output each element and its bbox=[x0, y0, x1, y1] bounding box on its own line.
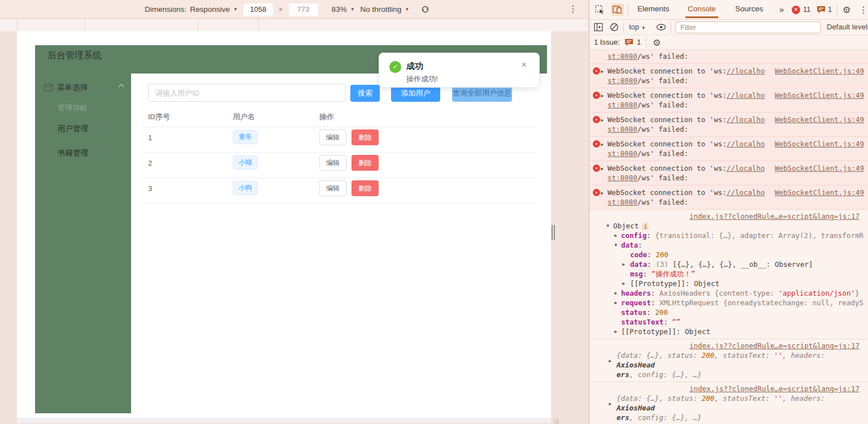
tab-console[interactable]: Console bbox=[688, 5, 716, 13]
expand-triangle-icon[interactable]: ▶ bbox=[609, 400, 611, 408]
expand-triangle-icon[interactable]: ▶ bbox=[622, 279, 625, 288]
source-link[interactable]: index.js??clonedRule…e=script&lang=js:17 bbox=[689, 341, 860, 350]
source-link[interactable]: WebSocketClient.js:49 bbox=[775, 66, 864, 76]
expand-triangle-icon[interactable]: ▶ bbox=[622, 260, 625, 269]
viewport-resize-handle[interactable] bbox=[552, 225, 555, 240]
search-button[interactable]: 搜索 bbox=[350, 85, 380, 102]
chevron-down-icon: ▼ bbox=[641, 25, 646, 31]
tab-sources[interactable]: Sources bbox=[735, 5, 763, 13]
error-link[interactable]: //localho bbox=[727, 91, 765, 99]
issues-label[interactable]: 1 Issue: bbox=[594, 38, 620, 46]
sidebar-item-user-management[interactable]: 用户管理 bbox=[58, 124, 88, 134]
toolbar-divider bbox=[646, 37, 646, 48]
device-toolbar-menu-icon[interactable]: ⋮ bbox=[568, 3, 578, 14]
error-link[interactable]: st:8080 bbox=[607, 198, 637, 206]
viewport-corner-resize-handle[interactable] bbox=[553, 418, 559, 423]
tree-line[interactable]: ▶[[Prototype]]: Object bbox=[589, 327, 864, 336]
object-preview[interactable]: ▶{data: {…}, status: 200, statusText: ''… bbox=[589, 393, 864, 422]
tree-line[interactable]: ▶config: {transitional: {…}, adapter: Ar… bbox=[589, 231, 864, 240]
source-link[interactable]: index.js??clonedRule…e=script&lang=js:17 bbox=[689, 212, 860, 220]
error-link[interactable]: st:8080 bbox=[607, 101, 637, 109]
table-header-actions: 操作 bbox=[319, 112, 334, 122]
context-selector[interactable]: top ▼ bbox=[629, 23, 646, 31]
zoom-selector[interactable]: 83% ▼ bbox=[332, 5, 355, 14]
more-tabs-icon[interactable]: » bbox=[779, 5, 784, 14]
viewport-width-input[interactable] bbox=[244, 3, 273, 16]
expand-triangle-icon[interactable]: ▶ bbox=[601, 189, 604, 197]
source-link[interactable]: WebSocketClient.js:49 bbox=[775, 90, 864, 100]
devtools-panel: Elements Console Sources » ✕ 11 1 ⚙ ⋮ bbox=[589, 0, 868, 424]
error-link[interactable]: //localho bbox=[727, 67, 765, 75]
error-link[interactable]: //localho bbox=[727, 140, 765, 148]
menu-group-label: 菜单选择 bbox=[57, 83, 88, 93]
expand-triangle-icon[interactable]: ▶ bbox=[601, 165, 604, 173]
tree-line[interactable]: ▼data: bbox=[589, 240, 864, 250]
console-sidebar-icon[interactable] bbox=[594, 23, 604, 32]
sidebar-item-book-management[interactable]: 书籍管理 bbox=[58, 148, 88, 158]
error-link[interactable]: st:8080 bbox=[607, 174, 637, 182]
viewport-horizontal-scrollbar[interactable] bbox=[17, 418, 551, 423]
expand-triangle-icon[interactable]: ▶ bbox=[601, 92, 604, 100]
throttling-selector[interactable]: No throttling ▼ bbox=[361, 5, 410, 14]
collapse-triangle-icon[interactable]: ▼ bbox=[606, 222, 609, 230]
edit-button[interactable]: 编辑 bbox=[319, 180, 346, 196]
edit-button[interactable]: 编辑 bbox=[319, 155, 346, 171]
delete-button[interactable]: 删除 bbox=[351, 155, 379, 171]
issues-bubble-icon[interactable] bbox=[817, 6, 826, 14]
edit-button[interactable]: 编辑 bbox=[319, 129, 346, 145]
error-link[interactable]: //localho bbox=[727, 188, 765, 197]
sidebar-menu-group[interactable]: 菜单选择 bbox=[44, 83, 123, 93]
error-link[interactable]: st:8080 bbox=[607, 125, 637, 133]
clear-console-icon[interactable] bbox=[610, 23, 619, 32]
tree-line[interactable]: ▶request: XMLHttpRequest {onreadystatech… bbox=[589, 298, 864, 308]
tree-line[interactable]: ▶data: (3) [{…}, {…}, {…}, __ob__: Obser… bbox=[589, 259, 864, 269]
tree-line[interactable]: ▶headers: AxiosHeaders {content-type: 'a… bbox=[589, 288, 864, 298]
settings-gear-icon[interactable]: ⚙ bbox=[843, 5, 850, 15]
expand-triangle-icon[interactable]: ▶ bbox=[614, 327, 617, 336]
expand-triangle-icon[interactable]: ▶ bbox=[601, 116, 604, 124]
tree-line[interactable]: ▶[[Prototype]]: Object bbox=[589, 279, 864, 288]
delete-button[interactable]: 删除 bbox=[351, 180, 379, 196]
live-expression-eye-icon[interactable] bbox=[656, 23, 666, 32]
error-link[interactable]: //localho bbox=[727, 115, 765, 124]
expand-triangle-icon[interactable]: ▶ bbox=[609, 357, 611, 365]
source-link[interactable]: WebSocketClient.js:49 bbox=[775, 139, 864, 149]
viewport-height-input[interactable] bbox=[289, 3, 318, 16]
error-link[interactable]: st:8080 bbox=[607, 149, 637, 158]
device-toolbar: Dimensions: Responsive ▼ × 83% ▼ No thro… bbox=[0, 0, 588, 19]
delete-button[interactable]: 删除 bbox=[351, 129, 379, 145]
expand-triangle-icon[interactable]: ▶ bbox=[614, 289, 617, 297]
object-preview[interactable]: ▶{data: {…}, status: 200, statusText: ''… bbox=[589, 351, 864, 379]
expand-triangle-icon[interactable]: ▶ bbox=[614, 231, 617, 240]
tab-elements[interactable]: Elements bbox=[637, 5, 669, 13]
error-icon: ✕ bbox=[593, 116, 600, 123]
log-levels-selector[interactable]: Default levels bbox=[827, 23, 868, 31]
collapse-triangle-icon[interactable]: ▼ bbox=[614, 241, 617, 249]
error-link[interactable]: st:8080 bbox=[607, 52, 637, 60]
error-badge-icon[interactable]: ✕ bbox=[792, 6, 800, 14]
expand-triangle-icon[interactable]: ▶ bbox=[614, 298, 617, 307]
source-link[interactable]: index.js??clonedRule…e=script&lang=js:17 bbox=[689, 384, 860, 393]
expand-triangle-icon[interactable]: ▶ bbox=[601, 67, 604, 76]
expand-triangle-icon[interactable]: ▶ bbox=[601, 140, 604, 149]
rotate-viewport-icon[interactable] bbox=[420, 5, 430, 14]
inspect-element-icon[interactable] bbox=[595, 5, 605, 15]
console-toolbar: top ▼ Default levels bbox=[589, 20, 868, 35]
user-id-search-input[interactable] bbox=[148, 84, 346, 102]
dimensions-selector[interactable]: Dimensions: Responsive ▼ bbox=[145, 5, 238, 14]
close-icon[interactable]: × bbox=[522, 60, 527, 70]
toggle-device-toolbar-icon[interactable] bbox=[611, 3, 624, 16]
error-link[interactable]: //localho bbox=[727, 164, 765, 172]
console-filter-input[interactable] bbox=[675, 21, 821, 33]
source-link[interactable]: WebSocketClient.js:49 bbox=[775, 115, 864, 124]
devtools-menu-icon[interactable]: ⋮ bbox=[859, 5, 868, 15]
tree-line[interactable]: ▼Objecti bbox=[589, 221, 864, 231]
source-link[interactable]: WebSocketClient.js:49 bbox=[775, 163, 864, 173]
tree-line: statusText: “” bbox=[589, 317, 864, 327]
error-link[interactable]: st:8080 bbox=[607, 76, 637, 85]
issues-settings-gear-icon[interactable]: ⚙ bbox=[653, 37, 661, 48]
source-link[interactable]: WebSocketClient.js:49 bbox=[775, 188, 864, 197]
sidebar-item-manage-functions[interactable]: 管理功能 bbox=[58, 103, 87, 113]
issues-bubble-icon[interactable] bbox=[624, 38, 633, 47]
console-error-row: ✕ ▶ WebSocketClient.js:49 WebSocket conn… bbox=[589, 113, 868, 137]
